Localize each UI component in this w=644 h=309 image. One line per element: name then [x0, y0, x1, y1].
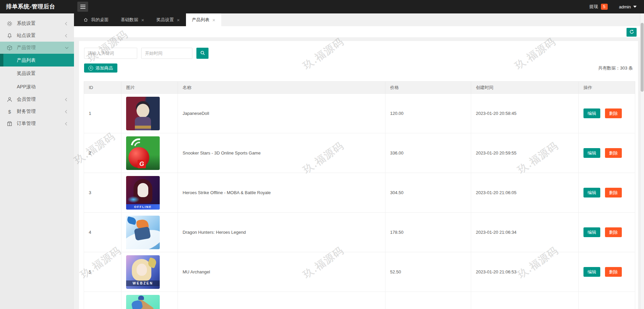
- close-icon[interactable]: ×: [213, 17, 216, 23]
- cell-name: Snooker Stars - 3D Online Sports Game: [178, 133, 385, 173]
- sidebar-item-prize-settings[interactable]: 奖品设置: [0, 67, 74, 80]
- column-header-image: 图片: [121, 82, 178, 94]
- home-icon: [83, 17, 88, 22]
- column-header-name: 名称: [178, 82, 385, 94]
- menu-toggle-button[interactable]: [77, 2, 88, 12]
- edit-button[interactable]: 编辑: [583, 108, 600, 118]
- edit-button[interactable]: 编辑: [583, 267, 600, 277]
- gear-icon: [7, 21, 12, 27]
- scrollbar-thumb[interactable]: [641, 23, 644, 92]
- cell-price: 52.50: [385, 252, 471, 292]
- bell-icon: [7, 33, 12, 39]
- refresh-icon: [629, 29, 634, 35]
- sidebar: 系统设置 站点设置 产品管理 产品列表 奖品设置 APP滚动 会员管理: [0, 13, 74, 309]
- column-header-id: ID: [84, 82, 121, 94]
- add-product-button[interactable]: + 添加商品: [84, 63, 117, 73]
- table-header-row: ID 图片 名称 价格 创建时间 操作: [84, 82, 635, 94]
- cell-id: 2: [84, 133, 121, 173]
- table-row: 3 OFFLINE Heroes Strike Offline - MOBA &…: [84, 173, 635, 213]
- edit-button[interactable]: 编辑: [583, 227, 600, 237]
- product-image: [126, 97, 160, 130]
- sidebar-item-product-list[interactable]: 产品列表: [0, 54, 74, 67]
- sidebar-item-site-settings[interactable]: 站点设置: [0, 30, 74, 42]
- username: admin: [619, 4, 631, 9]
- cell-name: JapaneseDoll: [178, 94, 385, 133]
- cell-name: MU Archangel: [178, 252, 385, 292]
- table-row: [84, 292, 635, 309]
- product-image: [126, 216, 160, 249]
- chevron-left-icon: [65, 122, 69, 125]
- search-icon: [200, 50, 205, 56]
- chevron-down-icon: [633, 6, 637, 8]
- table-row: 2 G Snooker Stars - 3D Online Sports Gam…: [84, 133, 635, 173]
- app-title: 排单系统-管理后台: [6, 0, 55, 13]
- cell-price: 178.50: [385, 213, 471, 252]
- edit-button[interactable]: 编辑: [583, 148, 600, 158]
- close-icon[interactable]: ×: [177, 17, 180, 23]
- cell-id: 1: [84, 94, 121, 133]
- cell-id: 5: [84, 252, 121, 292]
- close-icon[interactable]: ×: [141, 17, 144, 23]
- product-image: WEBZEN: [126, 255, 160, 289]
- cell-name: Dragon Hunters: Heroes Legend: [178, 213, 385, 252]
- main-content: 我的桌面 基础数据 × 奖品设置 × 产品列表 ×: [74, 13, 644, 309]
- delete-button[interactable]: 删除: [605, 227, 622, 237]
- user-menu[interactable]: admin: [619, 4, 637, 9]
- cell-created: 2023-01-20 21:06:53: [471, 252, 579, 292]
- hamburger-icon: [80, 5, 85, 5]
- product-image: G: [126, 136, 160, 170]
- column-header-price: 价格: [385, 82, 471, 94]
- top-header: 排单系统-管理后台 提现 5 admin: [0, 0, 644, 13]
- sidebar-item-app-scroll[interactable]: APP滚动: [0, 80, 74, 93]
- sidebar-item-member-management[interactable]: 会员管理: [0, 93, 74, 105]
- cell-price: 304.50: [385, 173, 471, 213]
- vertical-scrollbar[interactable]: [640, 13, 644, 309]
- cube-icon: [7, 45, 12, 51]
- column-header-created: 创建时间: [471, 82, 579, 94]
- search-button[interactable]: [196, 48, 209, 59]
- user-icon: [7, 97, 12, 102]
- sidebar-item-order-management[interactable]: 订单管理: [0, 118, 74, 130]
- cell-id: 3: [84, 173, 121, 213]
- sidebar-item-system-settings[interactable]: 系统设置: [0, 17, 74, 30]
- cell-created: 2023-01-20 21:06:34: [471, 213, 579, 252]
- tab-product-list[interactable]: 产品列表 ×: [186, 13, 222, 26]
- withdraw-link[interactable]: 提现: [590, 4, 598, 10]
- tab-my-desktop[interactable]: 我的桌面: [77, 13, 115, 26]
- plus-circle-icon: +: [88, 66, 93, 71]
- product-image: [126, 295, 160, 309]
- product-image: OFFLINE: [126, 176, 160, 210]
- cell-created: 2023-01-20 20:59:55: [471, 133, 579, 173]
- delete-button[interactable]: 删除: [605, 188, 622, 197]
- tab-prize-settings[interactable]: 奖品设置 ×: [150, 13, 186, 26]
- delete-button[interactable]: 删除: [605, 148, 622, 158]
- table-row: 1 JapaneseDoll 120.00 2023-01-20 20:58:4…: [84, 94, 635, 133]
- delete-button[interactable]: 删除: [605, 108, 622, 118]
- refresh-button[interactable]: [627, 28, 637, 37]
- chevron-left-icon: [65, 98, 69, 101]
- chevron-left-icon: [65, 22, 69, 25]
- sidebar-item-product-management[interactable]: 产品管理: [0, 42, 74, 54]
- delete-button[interactable]: 删除: [605, 267, 622, 277]
- cell-price: 336.00: [385, 133, 471, 173]
- toolbar: [74, 26, 644, 37]
- edit-button[interactable]: 编辑: [583, 188, 600, 197]
- keyword-input[interactable]: [84, 48, 137, 59]
- total-count-text: 共有数据：303 条: [598, 65, 633, 71]
- cell-created: 2023-01-20 20:58:45: [471, 94, 579, 133]
- start-time-input[interactable]: [141, 48, 192, 59]
- tab-basic-data[interactable]: 基础数据 ×: [115, 13, 150, 26]
- column-header-actions: 操作: [579, 82, 635, 94]
- table-row: 4 Dragon Hunters: Heroes Legend 178.50 2…: [84, 213, 635, 252]
- tab-bar: 我的桌面 基础数据 × 奖品设置 × 产品列表 ×: [74, 13, 644, 26]
- cell-name: [178, 292, 385, 309]
- product-table: ID 图片 名称 价格 创建时间 操作 1 JapaneseDoll 120.0…: [84, 81, 635, 309]
- sidebar-item-finance-management[interactable]: $ 财务管理: [0, 105, 74, 118]
- cell-name: Heroes Strike Offline - MOBA & Battle Ro…: [178, 173, 385, 213]
- cell-id: [84, 292, 121, 309]
- product-list-panel: + 添加商品 共有数据：303 条 ID 图片 名称 价格 创建时间 操作 1: [79, 41, 638, 309]
- cell-price: [385, 292, 471, 309]
- withdraw-count-badge: 5: [601, 4, 608, 10]
- cell-created: 2023-01-20 21:06:05: [471, 173, 579, 213]
- chevron-left-icon: [65, 110, 69, 113]
